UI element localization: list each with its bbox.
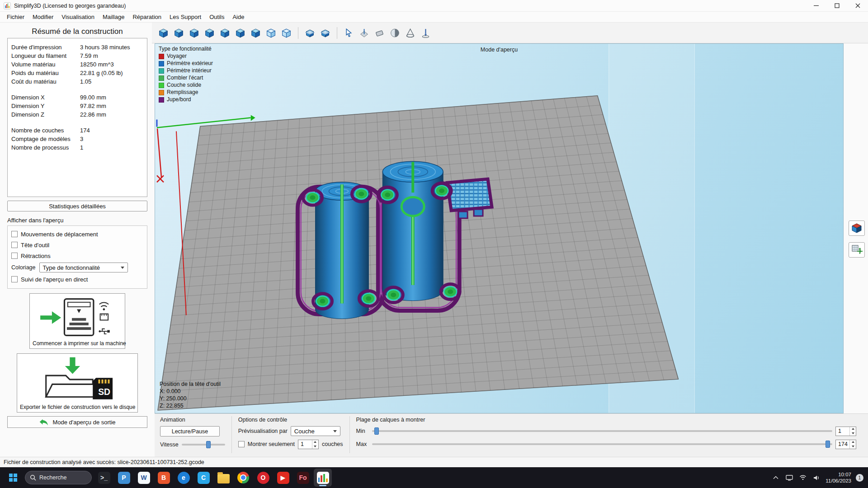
min-layer-spinbox[interactable]: 1 bbox=[835, 427, 856, 436]
tray-volume-icon[interactable] bbox=[812, 471, 821, 484]
view-back-icon[interactable] bbox=[187, 25, 201, 41]
export-gcode-button[interactable]: SD Exporter le fichier de construction v… bbox=[17, 353, 138, 413]
view-left-icon[interactable] bbox=[203, 25, 217, 41]
checkbox-tete-d-outil[interactable]: Tête d'outil bbox=[11, 239, 143, 250]
view-right-icon[interactable] bbox=[218, 25, 232, 41]
tray-wifi-icon[interactable] bbox=[798, 471, 807, 484]
preview-by-select[interactable]: Couche bbox=[291, 426, 340, 436]
taskbar-app-chrome[interactable] bbox=[234, 469, 252, 487]
checkbox-box[interactable] bbox=[11, 276, 18, 282]
menu-les-support[interactable]: Les Support bbox=[165, 12, 205, 22]
stat-label: Comptage de modèles bbox=[11, 136, 80, 142]
stat-label: Durée d'impression bbox=[11, 44, 80, 51]
machine-control-panel-button[interactable] bbox=[849, 221, 865, 236]
tray-chevron-up-icon[interactable] bbox=[771, 471, 780, 484]
menu-aide[interactable]: Aide bbox=[228, 12, 248, 22]
taskbar-app-terminal[interactable]: >_ bbox=[95, 469, 113, 487]
checkbox-mouvements-de-deplacement[interactable]: Mouvements de déplacement bbox=[11, 229, 143, 239]
toolhead-y: Y: 250.000 bbox=[160, 395, 221, 402]
menu-maillage[interactable]: Maillage bbox=[99, 12, 128, 22]
3d-viewport[interactable]: Type de fonctionnalité VoyagerPérimètre … bbox=[155, 43, 844, 413]
cross-section-y-icon[interactable] bbox=[318, 25, 332, 41]
taskbar-app-opera[interactable]: O bbox=[254, 469, 272, 487]
cross-section-x-icon[interactable] bbox=[303, 25, 317, 41]
min-layer-slider-handle[interactable] bbox=[374, 427, 379, 435]
taskbar-app-paint[interactable]: P bbox=[115, 469, 133, 487]
min-layer-slider[interactable] bbox=[372, 427, 832, 435]
view-top-icon[interactable] bbox=[233, 25, 247, 41]
notification-badge[interactable]: 1 bbox=[856, 474, 863, 482]
speed-slider-handle[interactable] bbox=[206, 441, 211, 448]
shaded-view-icon[interactable] bbox=[388, 25, 402, 41]
show-only-label: Montrer seulement bbox=[248, 441, 295, 447]
taskbar-app-edge[interactable]: e bbox=[175, 469, 193, 487]
taskbar-app-word[interactable]: W bbox=[135, 469, 153, 487]
3d-scene[interactable] bbox=[155, 44, 843, 413]
show-only-checkbox[interactable] bbox=[238, 441, 245, 447]
legend-title: Type de fonctionnalité bbox=[159, 46, 213, 52]
legend-label: Combler l'écart bbox=[167, 75, 203, 81]
checkbox-box[interactable] bbox=[11, 242, 18, 248]
menu-fichier[interactable]: Fichier bbox=[3, 12, 28, 22]
max-layer-slider[interactable] bbox=[372, 440, 832, 448]
legend-label: Jupe/bord bbox=[167, 97, 191, 103]
arrange-models-button[interactable] bbox=[849, 242, 865, 258]
view-isometric-icon[interactable] bbox=[264, 25, 278, 41]
legend-color-swatch bbox=[159, 68, 164, 74]
view-bottom-icon[interactable] bbox=[249, 25, 263, 41]
view-front-icon[interactable] bbox=[172, 25, 186, 41]
maximize-button[interactable] bbox=[826, 0, 847, 11]
minimize-button[interactable] bbox=[806, 0, 826, 11]
stat-label: Nombre de couches bbox=[11, 127, 80, 134]
play-pause-button[interactable]: Lecture/Pause bbox=[160, 426, 220, 436]
menu-reparation[interactable]: Réparation bbox=[128, 12, 165, 22]
spin-up-icon[interactable] bbox=[850, 427, 856, 432]
checkbox-box[interactable] bbox=[11, 253, 18, 259]
taskbar-app-code[interactable]: C bbox=[194, 469, 212, 487]
taskbar-app-simplify3d[interactable] bbox=[314, 469, 332, 487]
start-button[interactable] bbox=[5, 469, 22, 486]
spin-up-icon[interactable] bbox=[850, 440, 856, 445]
menu-modifier[interactable]: Modifier bbox=[28, 12, 57, 22]
speed-slider-track[interactable] bbox=[182, 444, 225, 446]
taskbar-app-explorer[interactable] bbox=[214, 469, 232, 487]
probe-tool-icon[interactable] bbox=[419, 25, 433, 41]
eraser-tool-icon[interactable] bbox=[373, 25, 387, 41]
taskbar-app-fonts[interactable]: Fo bbox=[294, 469, 312, 487]
menu-outils[interactable]: Outils bbox=[205, 12, 228, 22]
spin-up-icon[interactable] bbox=[312, 440, 318, 445]
view-perspective-icon[interactable] bbox=[279, 25, 293, 41]
coloring-select[interactable]: Type de fonctionnalité bbox=[39, 263, 128, 272]
checkbox-box[interactable] bbox=[11, 231, 18, 237]
max-layer-slider-handle[interactable] bbox=[826, 441, 830, 448]
spin-down-icon[interactable] bbox=[850, 444, 856, 449]
exit-preview-mode-button[interactable]: Mode d'aperçu de sortie bbox=[7, 416, 147, 428]
select-tool-icon[interactable] bbox=[342, 25, 356, 41]
min-layer-slider-track[interactable] bbox=[372, 430, 832, 432]
legend-label: Périmètre extérieur bbox=[167, 61, 213, 66]
wireframe-view-icon[interactable] bbox=[403, 25, 417, 41]
print-to-machine-button[interactable]: Commencer à imprimer sur la machine bbox=[29, 293, 125, 349]
build-summary-panel: Résumé de la construction Durée d'impres… bbox=[0, 23, 152, 457]
menu-visualisation[interactable]: Visualisation bbox=[57, 12, 99, 22]
cutting-plane-icon[interactable] bbox=[357, 25, 371, 41]
model-cylinder-right[interactable] bbox=[382, 161, 443, 300]
taskbar-search[interactable]: Recherche bbox=[25, 471, 92, 484]
tray-network-icon[interactable] bbox=[785, 471, 794, 484]
detailed-stats-button[interactable]: Statistiques détaillées bbox=[7, 201, 147, 211]
max-layer-spinbox[interactable]: 174 bbox=[835, 440, 856, 449]
view-home-icon[interactable] bbox=[156, 25, 170, 41]
checkbox-retractions[interactable]: Rétractions bbox=[11, 250, 143, 261]
taskbar-app-brave-icon: B bbox=[158, 472, 170, 484]
taskbar-app-youtube[interactable]: ▶ bbox=[274, 469, 292, 487]
speed-slider[interactable] bbox=[182, 441, 225, 449]
max-layer-slider-track[interactable] bbox=[372, 443, 832, 445]
animation-title: Animation bbox=[160, 417, 225, 423]
show-only-spinbox[interactable]: 1 bbox=[298, 440, 319, 449]
spin-down-icon[interactable] bbox=[850, 431, 856, 436]
taskbar-clock[interactable]: 10:07 11/06/2023 bbox=[826, 471, 851, 484]
spin-down-icon[interactable] bbox=[312, 444, 318, 449]
close-button[interactable] bbox=[847, 0, 868, 11]
taskbar-app-brave[interactable]: B bbox=[155, 469, 173, 487]
checkbox-live-preview[interactable]: Suivi de l'aperçu en direct bbox=[11, 274, 143, 285]
